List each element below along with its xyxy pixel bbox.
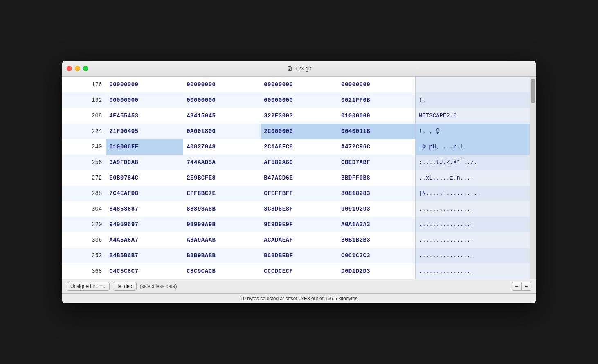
hex-cell[interactable]: 21F90405 bbox=[106, 124, 183, 139]
hex-cell[interactable]: 00000000 bbox=[183, 77, 261, 92]
ascii-cell: !. , @ bbox=[416, 124, 530, 139]
table-row[interactable]: 368C4C5C6C7C8C9CACBCCCDCECFD0D1D2D3 bbox=[62, 263, 415, 279]
hex-cell[interactable]: 0A001800 bbox=[183, 124, 261, 139]
table-row[interactable]: 272E0B0784C2E9BCFE8B47ACD6EBBDFF0B8 bbox=[62, 170, 415, 186]
hex-cell[interactable]: 4E455453 bbox=[106, 108, 183, 124]
hex-cell[interactable]: CCCDCECF bbox=[261, 263, 338, 279]
hex-cell[interactable]: BCBDBEBF bbox=[261, 248, 338, 263]
hex-cell[interactable]: 7C4EAFDB bbox=[106, 186, 183, 201]
hex-table: 1760000000000000000000000000000000019200… bbox=[62, 77, 415, 279]
hex-cell[interactable]: B47ACD6E bbox=[261, 170, 338, 186]
hex-cell[interactable]: 2C1A8FC8 bbox=[261, 139, 338, 155]
chevron-down-icon: ⌃⌄ bbox=[99, 284, 106, 288]
table-row[interactable]: 3048485868788898A8B8C8D8E8F90919293 bbox=[62, 201, 415, 217]
ascii-row: !… bbox=[416, 92, 530, 108]
hex-cell[interactable]: EFF8BC7E bbox=[183, 186, 261, 201]
hex-cell[interactable]: 9C9D9E9F bbox=[261, 217, 338, 232]
hex-cell[interactable]: 00000000 bbox=[261, 77, 338, 92]
format-button[interactable]: le, dec bbox=[113, 282, 136, 291]
hex-cell[interactable]: 00000000 bbox=[183, 92, 261, 108]
hex-cell[interactable]: CFEFFBFF bbox=[261, 186, 338, 201]
hex-cell[interactable]: D0D1D2D3 bbox=[338, 263, 415, 279]
hex-cell[interactable]: 00000000 bbox=[338, 77, 415, 92]
hex-cell[interactable]: 2C000000 bbox=[261, 124, 338, 139]
hex-cell[interactable]: 90919293 bbox=[338, 201, 415, 217]
hex-cell[interactable]: 3A9FD0A8 bbox=[106, 155, 183, 170]
hex-cell[interactable]: 2E9BCFE8 bbox=[183, 170, 261, 186]
bottom-bar: Unsigned Int ⌃⌄ le, dec (select less dat… bbox=[62, 279, 536, 293]
offset-cell: 192 bbox=[62, 92, 106, 108]
hex-cell[interactable]: C0C1C2C3 bbox=[338, 248, 415, 263]
hex-cell[interactable]: 00000000 bbox=[261, 92, 338, 108]
zoom-out-button[interactable]: − bbox=[512, 282, 522, 291]
hex-cell[interactable]: ACADAEAF bbox=[261, 232, 338, 248]
hex-cell[interactable]: 98999A9B bbox=[183, 217, 261, 232]
hex-cell[interactable]: 40827048 bbox=[183, 139, 261, 155]
ascii-row: !. , @ bbox=[416, 124, 530, 139]
hex-cell[interactable]: C8C9CACB bbox=[183, 263, 261, 279]
ascii-row: NETSCAPE2.0 bbox=[416, 108, 530, 124]
hex-cell[interactable]: CBED7ABF bbox=[338, 155, 415, 170]
ascii-cell: |N.....~.......... bbox=[416, 186, 530, 201]
ascii-row: |N.....~.......... bbox=[416, 186, 530, 201]
offset-cell: 368 bbox=[62, 263, 106, 279]
maximize-button[interactable] bbox=[83, 66, 88, 71]
table-row[interactable]: 3209495969798999A9B9C9D9E9FA0A1A2A3 bbox=[62, 217, 415, 232]
table-row[interactable]: 17600000000000000000000000000000000 bbox=[62, 77, 415, 92]
offset-cell: 336 bbox=[62, 232, 106, 248]
table-row[interactable]: 2084E45545343415045322E300301000000 bbox=[62, 108, 415, 124]
hex-cell[interactable]: 00000000 bbox=[106, 92, 183, 108]
hex-cell[interactable]: 744AAD5A bbox=[183, 155, 261, 170]
table-row[interactable]: 240010006FF408270482C1A8FC8A472C96C bbox=[62, 139, 415, 155]
ascii-cell: ................ bbox=[416, 201, 530, 217]
hex-cell[interactable]: AF582A60 bbox=[261, 155, 338, 170]
hex-cell[interactable]: B8B9BABB bbox=[183, 248, 261, 263]
minimize-button[interactable] bbox=[75, 66, 80, 71]
ascii-row: ..xL.....z.n.... bbox=[416, 170, 530, 186]
ascii-row: …@ pH, ...r.l bbox=[416, 139, 530, 155]
hex-cell[interactable]: A8A9AAAB bbox=[183, 232, 261, 248]
hex-cell[interactable]: 0021FF0B bbox=[338, 92, 415, 108]
hex-cell[interactable]: A0A1A2A3 bbox=[338, 217, 415, 232]
hex-cell[interactable]: 010006FF bbox=[106, 139, 183, 155]
hex-cell[interactable]: C4C5C6C7 bbox=[106, 263, 183, 279]
hex-cell[interactable]: 01000000 bbox=[338, 108, 415, 124]
hex-cell[interactable]: 84858687 bbox=[106, 201, 183, 217]
hex-cell[interactable]: 8C8D8E8F bbox=[261, 201, 338, 217]
ascii-row bbox=[416, 77, 530, 92]
hex-cell[interactable]: E0B0784C bbox=[106, 170, 183, 186]
window-title: 🖹 123.gif bbox=[287, 65, 311, 72]
hex-cell[interactable]: 80818283 bbox=[338, 186, 415, 201]
hex-cell[interactable]: 43415045 bbox=[183, 108, 261, 124]
title-bar: 🖹 123.gif bbox=[62, 61, 536, 77]
offset-cell: 320 bbox=[62, 217, 106, 232]
hex-cell[interactable]: 0040011B bbox=[338, 124, 415, 139]
hex-cell[interactable]: A4A5A6A7 bbox=[106, 232, 183, 248]
hex-cell[interactable]: 322E3003 bbox=[261, 108, 338, 124]
scrollbar[interactable] bbox=[530, 77, 536, 279]
scrollbar-thumb[interactable] bbox=[531, 79, 535, 103]
zoom-in-button[interactable]: + bbox=[522, 282, 531, 291]
table-row[interactable]: 336A4A5A6A7A8A9AAABACADAEAFB0B1B2B3 bbox=[62, 232, 415, 248]
close-button[interactable] bbox=[67, 66, 72, 71]
table-row[interactable]: 2887C4EAFDBEFF8BC7ECFEFFBFF80818283 bbox=[62, 186, 415, 201]
type-label: Unsigned Int bbox=[70, 283, 98, 289]
hex-cell[interactable]: BBDFF0B8 bbox=[338, 170, 415, 186]
select-less-text: (select less data) bbox=[140, 283, 177, 289]
table-row[interactable]: 352B4B5B6B7B8B9BABBBCBDBEBFC0C1C2C3 bbox=[62, 248, 415, 263]
hex-cell[interactable]: B4B5B6B7 bbox=[106, 248, 183, 263]
ascii-table: !…NETSCAPE2.0!. , @…@ pH, ...r.l:....tJ.… bbox=[416, 77, 530, 279]
ascii-row: ................ bbox=[416, 232, 530, 248]
offset-cell: 224 bbox=[62, 124, 106, 139]
table-row[interactable]: 2563A9FD0A8744AAD5AAF582A60CBED7ABF bbox=[62, 155, 415, 170]
file-icon: 🖹 bbox=[287, 65, 292, 72]
ascii-row: ................ bbox=[416, 201, 530, 217]
hex-cell[interactable]: 94959697 bbox=[106, 217, 183, 232]
hex-cell[interactable]: B0B1B2B3 bbox=[338, 232, 415, 248]
hex-cell[interactable]: 88898A8B bbox=[183, 201, 261, 217]
hex-cell[interactable]: 00000000 bbox=[106, 77, 183, 92]
type-dropdown[interactable]: Unsigned Int ⌃⌄ bbox=[67, 282, 110, 291]
table-row[interactable]: 1920000000000000000000000000021FF0B bbox=[62, 92, 415, 108]
table-row[interactable]: 22421F904050A0018002C0000000040011B bbox=[62, 124, 415, 139]
hex-cell[interactable]: A472C96C bbox=[338, 139, 415, 155]
